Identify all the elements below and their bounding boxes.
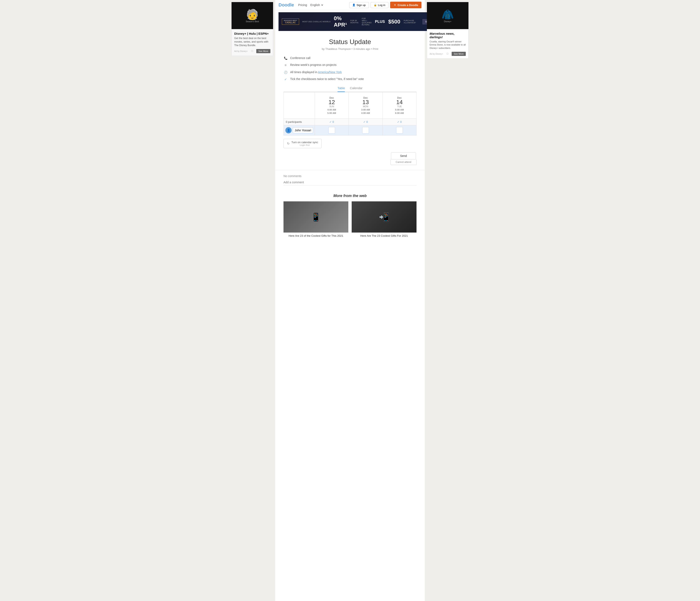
right-ad-text: Cruella, starring Oscar® winner Emma Sto…: [430, 40, 466, 50]
navbar: Doodle Pricing English 👤 Sign up 🔒 Log i…: [275, 0, 425, 10]
day-num-1: 13: [352, 99, 379, 105]
check-circle-icon: ✓: [283, 77, 288, 81]
banner-ad: SEASON'S BEST CADILLAC MOST 2021 CADILLA…: [278, 12, 428, 31]
cannot-attend-button[interactable]: Cannot attend: [391, 159, 417, 165]
count-value-2: 0: [400, 120, 402, 123]
left-ad-title: Disney+ | Hulu | ESPN+: [234, 32, 270, 35]
name-input[interactable]: [293, 127, 313, 133]
timezone-text: All times displayed in America/New York: [290, 71, 342, 74]
time-to-0: 5:00 AM: [318, 112, 345, 114]
date-col-1: Dec 13 MON 3:00 AM 4:00 AM: [349, 92, 383, 119]
left-ad-text: Get the best deal on the best movies, se…: [234, 36, 270, 47]
lock-icon: 🔒: [374, 3, 377, 6]
content-area: Status Update by Thaddeus Thompson • 3 m…: [275, 33, 425, 170]
avatar: 👤: [285, 127, 292, 133]
time-from-0: 4:00 AM: [318, 108, 345, 111]
date-col-2: Dec 14 TUE 5:00 AM 6:00 AM: [383, 92, 417, 119]
send-button[interactable]: Send: [391, 152, 416, 159]
banner-brand: SEASON'S BEST CADILLAC: [282, 19, 299, 25]
banner-apr: 0% APR¹: [334, 15, 347, 28]
time-ago: 3 minutes ago: [353, 47, 370, 50]
web-card-1: 📲 Here Are The 23 Coolest Gifts For 2021: [352, 201, 417, 237]
count-display-2: ✓ 0: [385, 120, 414, 123]
tab-table[interactable]: Table: [338, 84, 345, 92]
page-title: Status Update: [283, 38, 417, 46]
checkbox-1[interactable]: [362, 127, 369, 134]
name-input-wrapper: 👤: [285, 127, 313, 133]
send-button-group: Send Cannot attend: [391, 152, 417, 165]
phone-icon: 📞: [283, 56, 288, 60]
conference-text: Conference call: [290, 56, 310, 60]
banner-buyers: FOR WELL-QUALIFIED BUYERS: [362, 18, 372, 26]
signup-button[interactable]: 👤 Sign up: [349, 2, 369, 8]
checkbox-2[interactable]: [396, 127, 403, 134]
meta-separator: •: [351, 47, 353, 50]
time-from-1: 3:00 AM: [352, 108, 379, 111]
language-chevron-icon: [321, 4, 323, 6]
author-name: Thaddeus Thompson: [325, 47, 351, 50]
calendar-sync-button[interactable]: ↻ Turn on calendar sync Login first: [283, 139, 322, 148]
web-card-label-0: Here Are 23 of the Coolest Gifts for Thi…: [283, 234, 348, 237]
banner-brand-name: CADILLAC: [284, 21, 297, 24]
print-link[interactable]: Print: [373, 47, 378, 50]
logo[interactable]: Doodle: [278, 2, 294, 8]
checkbox-cell-0: [315, 125, 349, 135]
sync-icon: ↻: [287, 142, 290, 146]
info-description: ≡ Review week's progress on projects: [283, 63, 417, 67]
time-from-2: 5:00 AM: [386, 108, 413, 111]
main-content: Doodle Pricing English 👤 Sign up 🔒 Log i…: [275, 0, 425, 601]
time-to-2: 6:00 AM: [386, 112, 413, 114]
date-col-0: Dec 12 SUN 4:00 AM 5:00 AM: [315, 92, 349, 119]
language-label: English: [310, 3, 320, 7]
participants-row: 0 participants ✓ 0 ✓ 0: [284, 119, 417, 125]
timezone-prefix: All times displayed in: [290, 71, 318, 74]
banner-purchase: PURCHASE ALLOWANCE²: [404, 20, 416, 24]
tab-calendar[interactable]: Calendar: [350, 84, 362, 92]
web-card-img-1: 📲: [352, 201, 417, 232]
nav-pricing[interactable]: Pricing: [298, 3, 307, 7]
person-icon: 👤: [352, 3, 355, 6]
more-web-title: More from the web: [283, 194, 417, 198]
login-button[interactable]: 🔒 Log in: [371, 2, 389, 8]
day-num-2: 14: [386, 99, 413, 105]
left-ad-panel: 🧓 Season's Best Disney+ | Hulu | ESPN+ G…: [229, 0, 275, 601]
create-doodle-button[interactable]: ＋ Create a Doodle: [390, 2, 422, 8]
tabs-bar: Table Calendar: [283, 84, 417, 92]
no-comments-label: No comments: [283, 174, 417, 178]
count-value-1: 0: [366, 120, 368, 123]
checkbox-0[interactable]: [328, 127, 335, 134]
web-card-img-0: 📱: [283, 201, 348, 232]
banner-model: MOST 2021 CADILLAC MODELS: [302, 21, 330, 23]
banner-months: FOR 36 MONTHS: [350, 20, 358, 24]
left-ad-see-more-button[interactable]: See More: [256, 49, 270, 53]
list-icon: ≡: [283, 64, 288, 67]
right-ad-panel: 🧥 Disney+ Marvelous news, darlings! Crue…: [425, 0, 471, 601]
check-icon-2: ✓: [397, 120, 399, 123]
day-name-2: TUE: [386, 105, 413, 108]
meta-separator2: •: [371, 47, 373, 50]
left-ad-by: Ad by Disney+: [234, 50, 248, 52]
cal-sync-label: Turn on calendar sync: [292, 141, 318, 144]
schedule-table-wrapper: Dec 12 SUN 4:00 AM 5:00 AM Dec: [283, 92, 417, 135]
add-comment-input[interactable]: [283, 179, 417, 185]
plus-circle-icon: ＋: [394, 3, 396, 7]
name-input-cell: 👤: [284, 125, 315, 135]
create-label: Create a Doodle: [398, 3, 418, 7]
checkbox-cell-2: [383, 125, 417, 135]
description-text: Review week's progress on projects: [290, 63, 336, 67]
send-row: Send Cannot attend: [283, 152, 417, 165]
name-column-header: [284, 92, 315, 119]
right-ad-see-more-button[interactable]: See More: [452, 52, 466, 56]
info-checkbox-hint: ✓ Tick the checkboxes twice to select "Y…: [283, 77, 417, 81]
cal-sync-sublabel: Login first: [292, 144, 318, 146]
timezone-link[interactable]: America/New York: [318, 71, 342, 74]
count-cell-2: ✓ 0: [383, 119, 417, 125]
count-cell-0: ✓ 0: [315, 119, 349, 125]
count-value-0: 0: [332, 120, 334, 123]
right-ad-title: Marvelous news, darlings!: [430, 32, 466, 39]
right-ad-info-icon: ⓘ: [446, 52, 449, 55]
right-ad-by: Ad by Disney+: [430, 53, 443, 55]
web-cards: 📱 Here Are 23 of the Coolest Gifts for T…: [283, 201, 417, 237]
checkbox-cell-1: [349, 125, 383, 135]
nav-language-selector[interactable]: English: [310, 3, 323, 7]
